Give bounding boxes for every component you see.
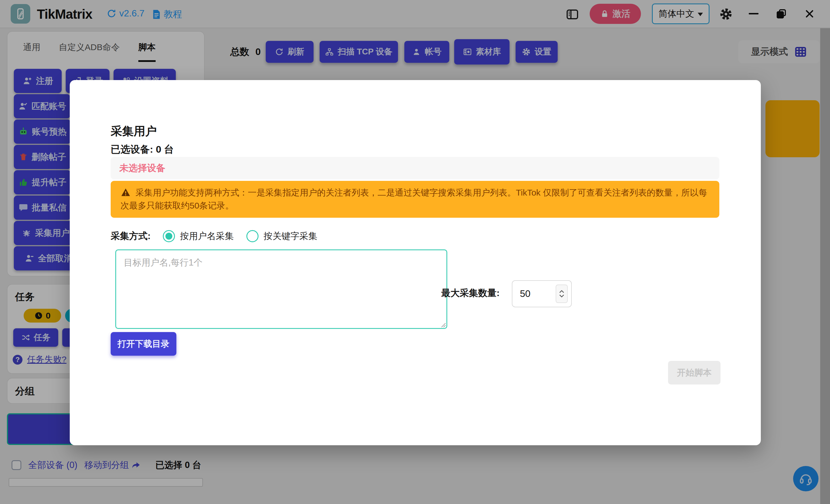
chevron-up-icon (558, 289, 565, 294)
radio-by-username[interactable] (163, 230, 175, 242)
max-count-label: 最大采集数量: (441, 287, 500, 300)
open-download-dir-button[interactable]: 打开下载目录 (111, 332, 177, 356)
notice-banner: 采集用户功能支持两种方式：一是采集指定用户的关注者列表，二是通过关键字搜索采集用… (111, 181, 719, 218)
warning-icon (121, 188, 131, 197)
max-count-value: 50 (520, 288, 531, 299)
dialog-title: 采集用户 (111, 123, 157, 139)
notice-text: 采集用户功能支持两种方式：一是采集指定用户的关注者列表，二是通过关键字搜索采集用… (121, 188, 707, 210)
scrape-users-dialog: 采集用户 已选设备: 0 台 未选择设备 采集用户功能支持两种方式：一是采集指定… (70, 80, 761, 445)
max-count-input[interactable]: 50 (512, 280, 572, 307)
method-row: 采集方式: 按用户名采集 按关键字采集 (111, 229, 330, 243)
target-usernames-input[interactable] (115, 249, 447, 329)
start-script-button[interactable]: 开始脚本 (668, 361, 721, 384)
no-device-box: 未选择设备 (111, 157, 719, 179)
selected-devices-label: 已选设备: 0 台 (111, 143, 174, 156)
resize-handle-icon[interactable] (440, 322, 446, 328)
radio-by-username-label[interactable]: 按用户名采集 (180, 230, 234, 242)
radio-by-keyword-label[interactable]: 按关键字采集 (264, 230, 317, 242)
no-device-text: 未选择设备 (119, 162, 165, 174)
number-stepper[interactable] (556, 284, 568, 303)
chevron-down-icon (558, 294, 565, 298)
radio-by-keyword[interactable] (247, 230, 258, 242)
method-label: 采集方式: (111, 230, 151, 242)
